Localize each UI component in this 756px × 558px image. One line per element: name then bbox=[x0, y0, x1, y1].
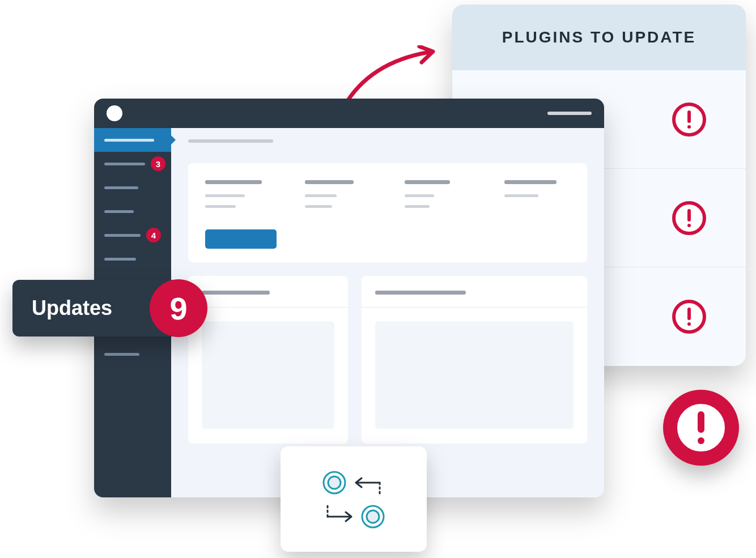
stat-col bbox=[504, 180, 570, 216]
text-placeholder bbox=[405, 194, 434, 197]
heading-placeholder bbox=[405, 180, 450, 184]
content-panel bbox=[362, 276, 587, 444]
large-alert-badge bbox=[663, 390, 739, 466]
sidebar-item[interactable]: 4 bbox=[94, 223, 171, 247]
divider bbox=[188, 307, 348, 308]
admin-topbar bbox=[94, 99, 604, 128]
text-placeholder bbox=[504, 194, 538, 197]
sync-card[interactable] bbox=[281, 446, 427, 552]
text-placeholder bbox=[405, 205, 430, 208]
sidebar-item[interactable] bbox=[94, 199, 171, 223]
heading-placeholder bbox=[205, 180, 262, 184]
updates-count-badge: 9 bbox=[150, 279, 207, 337]
heading-placeholder bbox=[504, 180, 557, 184]
sidebar-label-placeholder bbox=[104, 186, 138, 189]
text-placeholder bbox=[305, 205, 332, 208]
updates-label: Updates bbox=[32, 296, 112, 320]
stat-col bbox=[305, 180, 371, 216]
sidebar-label-placeholder bbox=[104, 163, 145, 165]
text-placeholder bbox=[305, 194, 337, 197]
text-placeholder bbox=[205, 194, 245, 197]
stat-col bbox=[205, 180, 271, 216]
sidebar-label-placeholder bbox=[104, 353, 139, 356]
sidebar-item-active[interactable] bbox=[94, 128, 171, 152]
heading-placeholder bbox=[305, 180, 354, 184]
alert-icon bbox=[672, 103, 706, 137]
panel-heading-placeholder bbox=[375, 291, 466, 295]
panel-body-placeholder bbox=[375, 321, 574, 429]
svg-point-1 bbox=[328, 476, 341, 489]
svg-point-3 bbox=[367, 510, 379, 523]
topbar-menu-placeholder[interactable] bbox=[547, 112, 592, 115]
stat-col bbox=[405, 180, 470, 216]
breadcrumb-placeholder bbox=[188, 139, 273, 143]
sidebar-label-placeholder bbox=[104, 258, 136, 261]
sidebar-label-placeholder bbox=[104, 139, 154, 142]
alert-icon bbox=[672, 300, 706, 334]
content-card bbox=[188, 163, 587, 262]
panel-body-placeholder bbox=[202, 321, 334, 429]
plugins-panel-title: PLUGINS TO UPDATE bbox=[502, 28, 696, 46]
sidebar-item[interactable]: 3 bbox=[94, 152, 171, 176]
divider bbox=[362, 307, 587, 308]
notification-badge: 4 bbox=[146, 228, 161, 242]
logo-icon[interactable] bbox=[107, 105, 122, 121]
sidebar-item[interactable] bbox=[94, 176, 171, 199]
primary-button[interactable] bbox=[205, 229, 277, 249]
admin-content bbox=[171, 128, 604, 497]
content-panels bbox=[188, 276, 587, 444]
sidebar-label-placeholder bbox=[104, 210, 134, 213]
alert-icon bbox=[671, 398, 731, 458]
alert-icon bbox=[672, 201, 706, 235]
updates-callout[interactable]: Updates 9 bbox=[12, 280, 189, 336]
sidebar-label-placeholder bbox=[104, 234, 141, 237]
sidebar-item[interactable] bbox=[94, 342, 171, 366]
content-panel bbox=[188, 276, 348, 444]
plugins-panel-header: PLUGINS TO UPDATE bbox=[452, 5, 746, 70]
text-placeholder bbox=[205, 205, 236, 208]
sync-icon bbox=[308, 462, 399, 536]
notification-badge: 3 bbox=[151, 156, 165, 171]
panel-heading-placeholder bbox=[202, 291, 270, 295]
sidebar-item[interactable] bbox=[94, 247, 171, 271]
